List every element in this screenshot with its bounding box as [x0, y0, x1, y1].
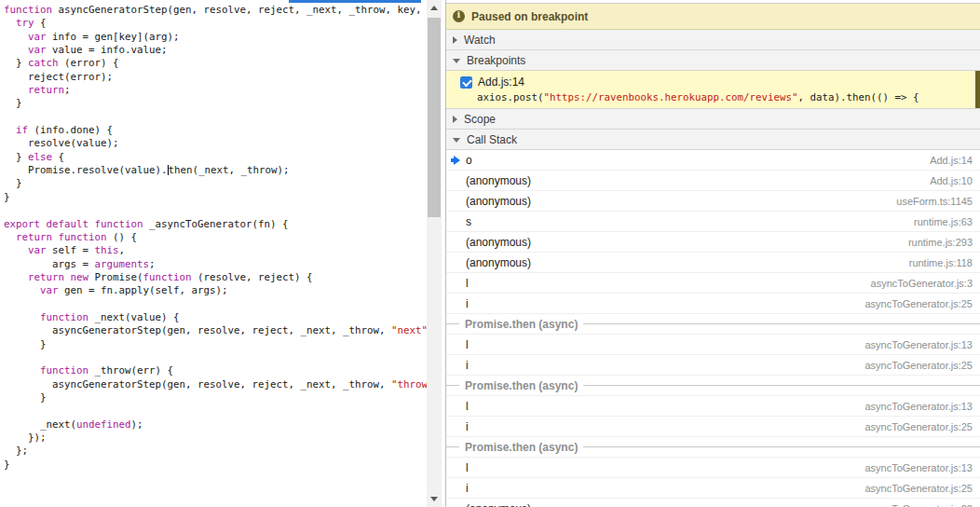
section-label: Breakpoints: [467, 54, 525, 67]
frame-location: asyncToGenerator.js:25: [864, 483, 973, 494]
frame-location: asyncToGenerator.js:3: [871, 278, 973, 289]
breakpoint-checkbox[interactable]: [460, 76, 472, 89]
code-line[interactable]: });: [4, 432, 427, 445]
frame-location: asyncToGenerator.js:22: [864, 503, 973, 507]
scrollbar-thumb[interactable]: [428, 18, 441, 217]
breakpoint-location: Add.js:14: [478, 75, 524, 89]
call-stack-frame[interactable]: iasyncToGenerator.js:25: [446, 417, 980, 437]
code-line[interactable]: };: [4, 445, 427, 458]
code-line[interactable]: try {: [4, 17, 427, 30]
section-label: Call Stack: [467, 133, 517, 146]
sidebar-section-scope[interactable]: Scope: [446, 109, 980, 130]
code-line[interactable]: }: [4, 191, 427, 204]
scroll-down-arrow-icon[interactable]: [430, 497, 438, 501]
sidebar-section-watch[interactable]: Watch: [446, 30, 980, 50]
frame-location: Add.js:14: [930, 155, 973, 166]
debugger-sidebar: Paused on breakpoint Watch Breakpoints A…: [445, 0, 980, 507]
frame-location: runtime.js:63: [914, 216, 973, 227]
code-line[interactable]: Promise.resolve(value).then(_next, _thro…: [4, 164, 427, 177]
frame-location: asyncToGenerator.js:25: [864, 360, 973, 371]
code-line[interactable]: [4, 404, 427, 418]
frame-function-name: l: [466, 277, 871, 290]
code-line[interactable]: resolve(value);: [4, 137, 427, 150]
code-line[interactable]: return function () {: [4, 231, 427, 244]
sidebar-section-breakpoints[interactable]: Breakpoints: [446, 50, 980, 71]
async-separator: Promise.then (async): [446, 376, 980, 396]
code-line[interactable]: } else {: [4, 151, 427, 164]
frame-function-name: l: [466, 461, 864, 474]
code-line[interactable]: [4, 204, 427, 217]
frame-function-name: (anonymous): [466, 502, 864, 507]
sidebar-section-call-stack[interactable]: Call Stack: [446, 130, 980, 150]
active-tab-indicator: [289, 0, 421, 3]
code-line[interactable]: var info = gen[key](arg);: [4, 31, 427, 44]
call-stack-frame[interactable]: lasyncToGenerator.js:13: [446, 458, 980, 478]
call-stack-frame[interactable]: oAdd.js:14: [446, 150, 980, 171]
frame-location: runtime.js:293: [908, 237, 973, 248]
code-line[interactable]: }: [4, 391, 427, 404]
call-stack-frame[interactable]: iasyncToGenerator.js:25: [446, 478, 980, 499]
call-stack-frame[interactable]: lasyncToGenerator.js:13: [446, 396, 980, 417]
code-line[interactable]: _next(undefined);: [4, 418, 427, 432]
paused-on-breakpoint-banner: Paused on breakpoint: [446, 4, 980, 30]
call-stack-frame[interactable]: iasyncToGenerator.js:25: [446, 355, 980, 376]
frame-function-name: (anonymous): [466, 256, 909, 269]
chevron-right-icon: [453, 116, 457, 123]
code-line[interactable]: return;: [4, 84, 427, 97]
section-label: Scope: [464, 113, 496, 126]
frame-location: asyncToGenerator.js:25: [864, 421, 973, 432]
call-stack-frame[interactable]: iasyncToGenerator.js:25: [446, 294, 980, 314]
code-line[interactable]: reject(error);: [4, 71, 427, 84]
code-line[interactable]: args = arguments;: [4, 258, 427, 271]
call-stack-frame[interactable]: (anonymous)asyncToGenerator.js:22: [446, 499, 980, 507]
code-line[interactable]: }: [4, 459, 427, 472]
code-line[interactable]: asyncGeneratorStep(gen, resolve, reject,…: [4, 324, 427, 337]
breakpoint-edge-marker: [975, 71, 980, 108]
code-line[interactable]: } catch (error) {: [4, 57, 427, 70]
async-separator: Promise.then (async): [446, 437, 980, 458]
code-line[interactable]: [4, 111, 427, 124]
code-line[interactable]: function _throw(err) {: [4, 364, 427, 377]
chevron-right-icon: [453, 36, 457, 44]
code-line[interactable]: [4, 351, 427, 364]
editor-scrollbar[interactable]: [427, 0, 442, 507]
code-line[interactable]: asyncGeneratorStep(gen, resolve, reject,…: [4, 378, 427, 391]
call-stack-frame[interactable]: lasyncToGenerator.js:3: [446, 273, 980, 294]
code-line[interactable]: [4, 298, 427, 311]
call-stack-frame[interactable]: (anonymous)useForm.ts:1145: [446, 191, 980, 212]
code-line[interactable]: var self = this,: [4, 244, 427, 257]
text-caret: [168, 165, 169, 175]
source-editor[interactable]: function asyncGeneratorStep(gen, resolve…: [0, 0, 427, 507]
devtools-sources-panel: function asyncGeneratorStep(gen, resolve…: [0, 0, 980, 507]
call-stack-frame[interactable]: lasyncToGenerator.js:13: [446, 335, 980, 355]
call-stack-frame[interactable]: sruntime.js:63: [446, 212, 980, 232]
frame-function-name: o: [466, 154, 930, 167]
code-line[interactable]: if (info.done) {: [4, 124, 427, 137]
scroll-up-arrow-icon[interactable]: [430, 6, 438, 10]
code-line[interactable]: return new Promise(function (resolve, re…: [4, 271, 427, 284]
frame-function-name: i: [466, 482, 864, 495]
frame-location: asyncToGenerator.js:13: [864, 462, 973, 473]
code-line[interactable]: var value = info.value;: [4, 44, 427, 57]
code-line[interactable]: function _next(value) {: [4, 311, 427, 324]
async-separator: Promise.then (async): [446, 314, 980, 335]
info-icon: [453, 10, 465, 22]
frame-location: useForm.ts:1145: [896, 196, 973, 207]
frame-function-name: (anonymous): [466, 195, 896, 208]
frame-function-name: s: [466, 215, 914, 228]
frame-function-name: (anonymous): [466, 174, 930, 187]
code-line[interactable]: var gen = fn.apply(self, args);: [4, 284, 427, 297]
code-line[interactable]: function asyncGeneratorStep(gen, resolve…: [4, 4, 427, 17]
breakpoint-entry[interactable]: Add.js:14 axios.post("https://ravenbooks…: [446, 71, 980, 109]
call-stack-frame[interactable]: (anonymous)runtime.js:293: [446, 232, 980, 253]
code-line[interactable]: }: [4, 97, 427, 110]
frame-location: runtime.js:118: [909, 257, 973, 268]
call-stack-frame[interactable]: (anonymous)Add.js:10: [446, 171, 980, 191]
call-stack-frame[interactable]: (anonymous)runtime.js:118: [446, 253, 980, 273]
code-line[interactable]: }: [4, 177, 427, 190]
code-line[interactable]: export default function _asyncToGenerato…: [4, 218, 427, 231]
code-line[interactable]: }: [4, 338, 427, 351]
frame-function-name: i: [466, 420, 864, 433]
section-label: Watch: [464, 34, 496, 47]
breakpoint-code[interactable]: axios.post("https://ravenbooks.herokuapp…: [477, 91, 980, 103]
